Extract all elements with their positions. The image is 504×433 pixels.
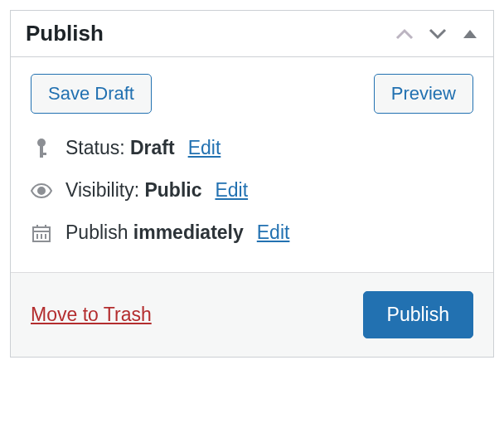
visibility-edit-link[interactable]: Edit: [215, 179, 248, 202]
status-label: Status:: [65, 137, 130, 158]
move-down-icon[interactable]: [429, 28, 447, 40]
status-value: Draft: [130, 137, 175, 158]
calendar-icon: [31, 223, 52, 243]
schedule-edit-link[interactable]: Edit: [257, 221, 290, 244]
svg-rect-3: [40, 153, 46, 155]
status-edit-link[interactable]: Edit: [188, 137, 221, 159]
publish-button[interactable]: Publish: [363, 291, 473, 338]
preview-button[interactable]: Preview: [374, 74, 473, 114]
collapse-toggle-icon[interactable]: [462, 28, 478, 40]
panel-header-controls: [395, 28, 478, 40]
move-to-trash-link[interactable]: Move to Trash: [31, 304, 152, 326]
schedule-text: Publish immediately: [65, 221, 244, 244]
panel-top-actions: Save Draft Preview: [31, 74, 473, 114]
visibility-row: Visibility: Public Edit: [31, 179, 473, 202]
panel-header: Publish: [11, 11, 493, 57]
panel-body: Save Draft Preview Status: Draft Edit Vi…: [11, 57, 493, 272]
save-draft-button[interactable]: Save Draft: [31, 74, 152, 114]
publish-panel: Publish Save Draft Preview Status: Draft: [10, 10, 494, 358]
svg-marker-0: [463, 30, 477, 38]
panel-footer: Move to Trash Publish: [11, 272, 493, 357]
eye-icon: [31, 183, 52, 198]
visibility-label: Visibility:: [65, 179, 144, 201]
svg-point-4: [38, 187, 45, 194]
schedule-row: Publish immediately Edit: [31, 221, 473, 244]
status-text: Status: Draft: [65, 137, 175, 159]
panel-title: Publish: [26, 21, 104, 46]
svg-point-1: [37, 139, 46, 147]
schedule-label: Publish: [65, 221, 133, 243]
svg-rect-2: [40, 146, 43, 158]
key-icon: [31, 138, 52, 159]
visibility-value: Public: [144, 179, 201, 201]
move-up-icon[interactable]: [395, 28, 414, 40]
schedule-value: immediately: [133, 221, 244, 243]
status-row: Status: Draft Edit: [31, 137, 473, 159]
visibility-text: Visibility: Public: [65, 179, 201, 202]
